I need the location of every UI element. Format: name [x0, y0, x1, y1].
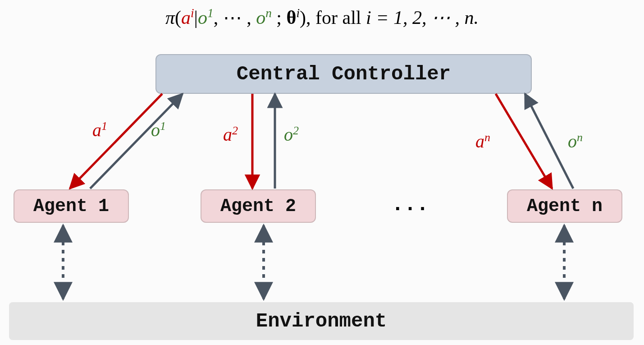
agent-1-label: Agent 1 [33, 196, 109, 216]
edge-obs-1 [90, 94, 183, 189]
central-controller-node: Central Controller [155, 54, 532, 94]
agent-1-node: Agent 1 [14, 189, 129, 223]
label-on: on [568, 131, 583, 152]
comma-ell: , ⋯ , [214, 7, 256, 28]
theta-sup-i: i [296, 6, 300, 20]
agent-n-label: Agent n [527, 196, 603, 216]
i-range: i = 1, 2, ⋯ , n. [366, 7, 479, 28]
obs-o1: o [198, 7, 207, 28]
label-a2: a2 [223, 124, 238, 145]
obs-sup-n: n [265, 6, 272, 20]
label-an: an [475, 131, 490, 152]
rparen: ) [300, 7, 306, 28]
sep: ; [272, 7, 287, 28]
edge-action-1 [70, 94, 162, 189]
pi-symbol: π [165, 7, 175, 28]
label-a1: a1 [92, 120, 107, 141]
tail-text: , for all [306, 7, 366, 28]
label-o1: o1 [151, 120, 166, 141]
cond-bar: | [194, 7, 198, 28]
environment-label: Environment [256, 310, 387, 332]
edge-obs-n [525, 94, 573, 189]
action-a: a [181, 7, 191, 28]
arrows-layer [0, 0, 644, 345]
central-controller-label: Central Controller [237, 63, 451, 85]
agent-n-node: Agent n [507, 189, 622, 223]
label-o2: o2 [284, 124, 299, 145]
environment-node: Environment [9, 302, 634, 340]
action-sup-i: i [191, 6, 194, 20]
obs-sup-1: 1 [207, 6, 214, 20]
marl-architecture-diagram: π(ai|o1, ⋯ , on ; θi), for all i = 1, 2,… [0, 0, 644, 345]
theta: θ [287, 7, 297, 28]
agent-2-label: Agent 2 [220, 196, 296, 216]
lparen: ( [175, 7, 181, 28]
agents-ellipsis: ... [383, 193, 437, 216]
obs-on: o [256, 7, 265, 28]
edge-action-n [496, 94, 552, 189]
agent-2-node: Agent 2 [201, 189, 316, 223]
policy-formula: π(ai|o1, ⋯ , on ; θi), for all i = 1, 2,… [0, 6, 644, 28]
